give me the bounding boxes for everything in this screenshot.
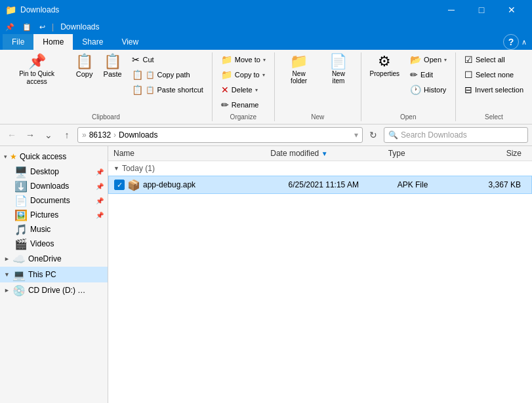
delete-button[interactable]: ✕ Delete ▾ [216, 83, 270, 97]
thispc-icon: 💻 [12, 269, 26, 281]
cut-button[interactable]: ✂ Cut [127, 52, 207, 67]
qat-pin-button[interactable]: 📌 [3, 22, 17, 33]
delete-icon: ✕ [221, 85, 229, 95]
rename-label: Rename [232, 101, 259, 109]
forward-button[interactable]: → [22, 127, 38, 143]
help-button[interactable]: ? [503, 34, 519, 50]
tab-view[interactable]: View [112, 34, 148, 50]
sidebar-item-downloads[interactable]: ⬇️ Downloads 📌 [0, 179, 108, 193]
open-label: Open [424, 56, 441, 64]
new-buttons: 📁 New folder 📄 New item [279, 52, 357, 112]
move-to-button[interactable]: 📁 Move to ▾ [216, 52, 270, 67]
qat-separator: | [52, 22, 54, 31]
copy-path-label: 📋 Copy path [146, 71, 190, 79]
sidebar-item-videos[interactable]: 🎬 Videos [0, 237, 108, 251]
open-button[interactable]: 📂 Open ▾ [405, 52, 451, 67]
sidebar-item-documents[interactable]: 📄 Documents 📌 [0, 193, 108, 208]
tab-home[interactable]: Home [33, 34, 73, 50]
pin-to-quick-access-button[interactable]: 📌 Pin to Quick access [4, 52, 70, 88]
select-all-button[interactable]: ☑ Select all [460, 52, 528, 67]
pin-icon: 📌 [28, 54, 46, 69]
search-icon: 🔍 [388, 130, 398, 140]
downloads-pin-icon: 📌 [96, 183, 104, 190]
col-header-size[interactable]: Size [466, 149, 527, 158]
paste-icon: 📋 [104, 54, 121, 69]
refresh-button[interactable]: ↻ [365, 127, 381, 143]
edit-button[interactable]: ✏ Edit [405, 67, 451, 82]
select-none-label: Select none [476, 71, 514, 79]
videos-icon: 🎬 [14, 238, 28, 250]
col-header-type[interactable]: Type [388, 149, 467, 158]
sort-icon: ▼ [321, 150, 328, 157]
desktop-pin-icon: 📌 [96, 168, 104, 176]
address-bar: ← → ⌄ ↑ » 86132 › Downloads ▾ ↻ 🔍 Search… [0, 125, 532, 146]
select-none-button[interactable]: ☐ Select none [460, 67, 528, 82]
sidebar-cddrive-header[interactable]: ► 💿 CD Drive (D:) CC... [0, 282, 108, 298]
open-column: 📂 Open ▾ ✏ Edit 🕐 History [405, 52, 451, 97]
organize-label: Organize [216, 112, 270, 121]
copy-path-button[interactable]: 📋 📋 Copy path [127, 67, 207, 82]
sidebar-item-desktop[interactable]: 🖥️ Desktop 📌 [0, 164, 108, 179]
select-buttons: ☑ Select all ☐ Select none ⊟ Invert sele… [460, 52, 528, 112]
rename-icon: ✏ [221, 100, 229, 110]
clipboard-buttons: 📌 Pin to Quick access 📋 Copy 📋 Paste ✂ C… [4, 52, 208, 112]
ribbon-group-organize: 📁 Move to ▾ 📁 Copy to ▾ ✕ Delete ▾ [213, 52, 275, 121]
sidebar-onedrive-header[interactable]: ► ☁️ OneDrive [0, 251, 108, 267]
tab-file[interactable]: File [3, 34, 33, 50]
invert-label: Invert selection [475, 86, 523, 94]
copy-button[interactable]: 📋 Copy [71, 52, 98, 80]
group-today-label: Today (1) [122, 164, 155, 173]
rename-button[interactable]: ✏ Rename [216, 98, 270, 112]
cut-label: Cut [142, 56, 153, 64]
sidebar-thispc-header[interactable]: ▼ 💻 This PC [0, 267, 108, 282]
new-item-button[interactable]: 📄 New item [320, 52, 356, 86]
videos-label: Videos [30, 239, 54, 248]
new-folder-icon: 📁 [290, 54, 308, 69]
organize-buttons: 📁 Move to ▾ 📁 Copy to ▾ ✕ Delete ▾ [216, 52, 270, 112]
qat-undo-button[interactable]: ↩ [37, 22, 48, 33]
paste-shortcut-button[interactable]: 📋 📋 Paste shortcut [127, 83, 207, 97]
minimize-button[interactable]: ─ [436, 0, 466, 20]
main-content: ▾ ★ Quick access 🖥️ Desktop 📌 ⬇️ Downloa… [0, 146, 532, 403]
file-row[interactable]: ✓ 📦 app-debug.apk 6/25/2021 11:15 AM APK… [108, 176, 532, 194]
file-checkbox[interactable]: ✓ [114, 180, 125, 190]
back-button[interactable]: ← [4, 127, 20, 143]
copy-icon: 📋 [75, 54, 93, 69]
title-bar-left: 📁 Downloads [5, 5, 59, 15]
up-button[interactable]: ↑ [59, 127, 75, 143]
history-button[interactable]: 🕐 History [405, 83, 451, 97]
music-icon: 🎵 [14, 223, 28, 236]
ribbon-collapse-button[interactable]: ∧ [519, 37, 529, 48]
col-header-name[interactable]: Name [113, 149, 270, 158]
qat-copy-button[interactable]: 📋 [20, 22, 34, 33]
maximize-button[interactable]: □ [466, 0, 497, 20]
file-list: Name Date modified ▼ Type Size ▼ Today (… [108, 146, 532, 403]
new-folder-label: New folder [283, 70, 314, 85]
close-button[interactable]: ✕ [497, 0, 527, 20]
col-header-date[interactable]: Date modified ▼ [270, 149, 388, 158]
copy-to-button[interactable]: 📁 Copy to ▾ [216, 67, 270, 82]
new-item-icon: 📄 [329, 54, 347, 69]
sidebar-item-music[interactable]: 🎵 Music [0, 222, 108, 237]
copy-to-label: Copy to [235, 71, 260, 79]
documents-pin-icon: 📌 [96, 197, 104, 204]
address-path[interactable]: » 86132 › Downloads ▾ [77, 127, 363, 143]
recent-locations-button[interactable]: ⌄ [41, 127, 56, 143]
properties-button[interactable]: ⚙ Properties [365, 52, 405, 79]
ribbon: File Home Share View ? ∧ 📌 Pin to Quick … [0, 34, 532, 125]
sidebar-quick-access-header[interactable]: ▾ ★ Quick access [0, 149, 108, 164]
select-all-icon: ☑ [464, 54, 473, 65]
history-icon: 🕐 [410, 85, 421, 95]
file-group-today[interactable]: ▼ Today (1) [108, 161, 532, 176]
sidebar-item-pictures[interactable]: 🖼️ Pictures 📌 [0, 208, 108, 222]
invert-selection-button[interactable]: ⊟ Invert selection [460, 83, 528, 97]
search-box[interactable]: 🔍 Search Downloads [384, 127, 528, 143]
file-list-header: Name Date modified ▼ Type Size [108, 146, 532, 161]
copy-label: Copy [76, 70, 93, 78]
search-placeholder: Search Downloads [401, 130, 467, 140]
new-folder-button[interactable]: 📁 New folder [279, 52, 319, 86]
paste-button[interactable]: 📋 Paste [99, 52, 127, 80]
checkbox-check: ✓ [117, 181, 123, 189]
type-col-label: Type [388, 149, 405, 158]
tab-share[interactable]: Share [73, 34, 112, 50]
